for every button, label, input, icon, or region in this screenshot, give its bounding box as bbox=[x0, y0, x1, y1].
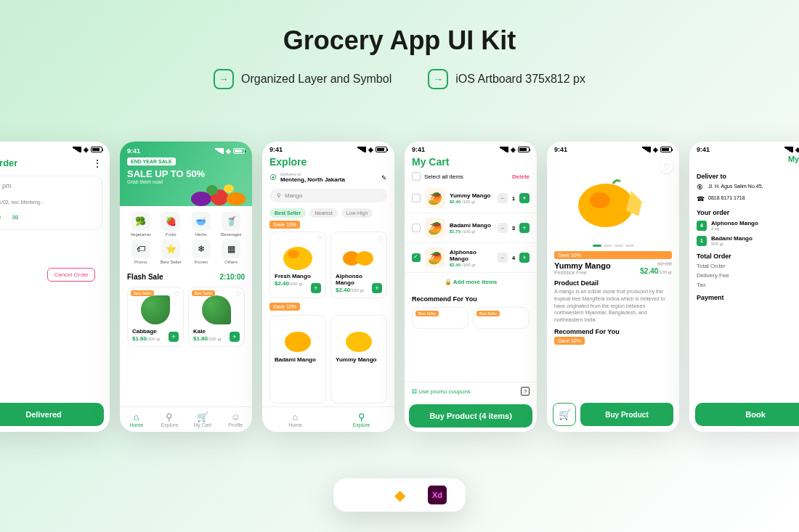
page-dot[interactable] bbox=[625, 245, 634, 247]
wifi-icon: ◈ bbox=[368, 146, 373, 153]
svg-point-4 bbox=[224, 184, 234, 193]
cat-herbs[interactable]: 🥣Herbs bbox=[187, 212, 215, 237]
item-checkbox[interactable] bbox=[412, 224, 421, 232]
chip-bestseller[interactable]: Best Seller bbox=[269, 208, 306, 218]
product-card[interactable]: Best Seller bbox=[473, 307, 530, 329]
add-button[interactable]: + bbox=[169, 332, 179, 342]
flash-timer: 2:10:00 bbox=[220, 273, 245, 281]
best-seller-badge: Best Seller bbox=[476, 311, 500, 316]
order-qty: 1 bbox=[697, 236, 707, 246]
product-card[interactable]: Best Seller bbox=[412, 307, 469, 329]
search-input[interactable]: ⚲Mango bbox=[269, 189, 387, 202]
plus-button[interactable]: + bbox=[519, 193, 530, 203]
cat-vegetarian[interactable]: 🥦Vegetarian bbox=[127, 212, 155, 237]
cat-fruits[interactable]: 🍓Fruits bbox=[158, 212, 185, 237]
add-more-button[interactable]: 🔒 Add more items bbox=[405, 273, 537, 291]
plus-button[interactable]: + bbox=[519, 253, 530, 263]
item-price: $1.75 bbox=[450, 229, 461, 234]
cat-beverages[interactable]: 🥤Beverages bbox=[218, 212, 246, 237]
add-button[interactable]: + bbox=[311, 283, 321, 293]
cart-item: 🥭 Alphonso Mango$2.40 /100 gr −4+ bbox=[405, 243, 537, 273]
delivered-button[interactable]: Delivered bbox=[0, 403, 104, 426]
item-checkbox[interactable] bbox=[412, 194, 421, 202]
order-name: Alphonso Mango bbox=[711, 220, 758, 226]
order-qty: 4 bbox=[697, 221, 707, 231]
cart-icon-button[interactable]: 🛒 bbox=[553, 403, 576, 426]
product-card[interactable]: ♡ Fresh Mango $2.40/100 gr + bbox=[269, 232, 326, 298]
tab-explore[interactable]: ⚲Explore bbox=[153, 407, 187, 432]
product-card[interactable]: Badami Mango bbox=[269, 315, 326, 404]
phone-icon: ☎ bbox=[697, 195, 704, 202]
tab-cart[interactable]: 🛒My Cart bbox=[186, 407, 219, 432]
item-checkbox[interactable] bbox=[412, 253, 421, 262]
more-icon[interactable]: ⋮ bbox=[92, 157, 102, 169]
tab-explore[interactable]: ⚲Explore bbox=[328, 407, 394, 432]
product-card-cabbage[interactable]: Best Seller ♡ Cabbage $1.80/100 gr + bbox=[127, 287, 184, 347]
minus-button[interactable]: − bbox=[498, 223, 508, 233]
search-value: Mango bbox=[285, 192, 302, 199]
mail-icon[interactable]: ✉ bbox=[9, 210, 22, 224]
page-dot[interactable] bbox=[604, 245, 612, 247]
cat-others[interactable]: ▦Others bbox=[218, 240, 246, 264]
chip-nearest[interactable]: Nearest bbox=[309, 208, 338, 218]
buy-button[interactable]: Buy Product (4 items) bbox=[409, 404, 532, 427]
heart-icon[interactable]: ♡ bbox=[317, 235, 323, 242]
tab-bar: ⌂Home ⚲Explore 🛒My Cart ☺Profile bbox=[120, 406, 252, 432]
phone-icon[interactable]: ✆ bbox=[0, 210, 4, 224]
status-time: 9:41 bbox=[127, 147, 140, 155]
tab-profile[interactable]: ☺Profile bbox=[219, 407, 253, 432]
save-tag: Save 10% bbox=[554, 251, 672, 259]
help-icon[interactable]: ? bbox=[521, 387, 530, 396]
add-button[interactable]: + bbox=[372, 283, 382, 293]
product-card[interactable]: ♡ Alphonso Mango $2.40/100 gr + bbox=[330, 232, 387, 298]
cat-frozen[interactable]: ❄Frozen bbox=[187, 240, 215, 264]
delivery-address: Menteng, North Jakarta bbox=[280, 176, 345, 183]
qty-value: 4 bbox=[511, 255, 516, 261]
mango-hero-image bbox=[569, 165, 657, 231]
page-title: Grocery App UI Kit bbox=[0, 25, 799, 56]
add-button[interactable]: + bbox=[230, 332, 240, 342]
figma-icon bbox=[352, 486, 371, 504]
tab-home[interactable]: ⌂Home bbox=[262, 407, 328, 432]
heart-icon[interactable]: ♡ bbox=[235, 290, 241, 298]
delivery-row: Delivery Fee bbox=[697, 272, 729, 279]
screen-checkout: 9:41◈ My Fru2.3 km Deliver to ⦿Jl. H. Ag… bbox=[689, 142, 799, 432]
flash-sale-label: Flash Sale bbox=[127, 273, 163, 281]
mango-image: 🥭 bbox=[425, 218, 445, 238]
page-dot[interactable] bbox=[593, 245, 601, 247]
buy-button[interactable]: Buy Product bbox=[580, 403, 673, 426]
minus-button[interactable]: − bbox=[498, 253, 508, 263]
edit-icon[interactable]: ✎ bbox=[381, 174, 387, 181]
heart-icon[interactable]: ♡ bbox=[378, 235, 384, 242]
item-price: $2.40 bbox=[450, 263, 461, 267]
recommend-heading: Recommend For You bbox=[405, 291, 537, 304]
product-unit: /100 gr bbox=[350, 288, 364, 292]
heart-icon[interactable]: ♡ bbox=[659, 159, 673, 173]
delete-button[interactable]: Delete bbox=[512, 173, 530, 180]
cat-promo[interactable]: 🏷Promo bbox=[127, 240, 155, 264]
product-card[interactable]: Yummy Mango bbox=[330, 315, 387, 404]
chip-lowhigh[interactable]: Low-High bbox=[341, 208, 373, 218]
cat-bestseller[interactable]: ⭐Best Seller bbox=[158, 240, 185, 264]
page-dot[interactable] bbox=[615, 245, 623, 247]
item-name: Alphonso Mango bbox=[450, 249, 493, 262]
plus-button[interactable]: + bbox=[519, 223, 530, 233]
tab-bar: ⌂Home ⚲Explore bbox=[262, 406, 394, 432]
select-all-checkbox[interactable] bbox=[412, 172, 421, 181]
product-name: Yummy Mango bbox=[554, 261, 611, 270]
book-button[interactable]: Book bbox=[695, 403, 799, 426]
qty-value: 3 bbox=[511, 225, 516, 232]
product-card-kale[interactable]: Best Seller ♡ Kale $1.80/100 gr + bbox=[188, 287, 245, 347]
cancel-order-button[interactable]: Cancel Order bbox=[47, 268, 95, 282]
old-price: $2.80 bbox=[640, 261, 672, 267]
cart-item: 🥭 Yummy Mango$2.40 /100 gr −1+ bbox=[405, 184, 537, 213]
pin-icon: ⦿ bbox=[697, 184, 704, 191]
tab-home[interactable]: ⌂Home bbox=[120, 407, 153, 432]
minus-button[interactable]: − bbox=[498, 193, 508, 203]
heart-icon[interactable]: ♡ bbox=[174, 290, 180, 298]
item-unit: /100 gr bbox=[462, 200, 476, 204]
mango-image: 🥭 bbox=[425, 188, 445, 208]
best-seller-badge: Best Seller bbox=[415, 311, 439, 316]
screen-detail: 9:41◈ ♡ Save 10% Yummy MangoPestidice Fr… bbox=[547, 142, 679, 432]
promo-row[interactable]: ⚄ Use promo coupons? bbox=[405, 382, 537, 400]
